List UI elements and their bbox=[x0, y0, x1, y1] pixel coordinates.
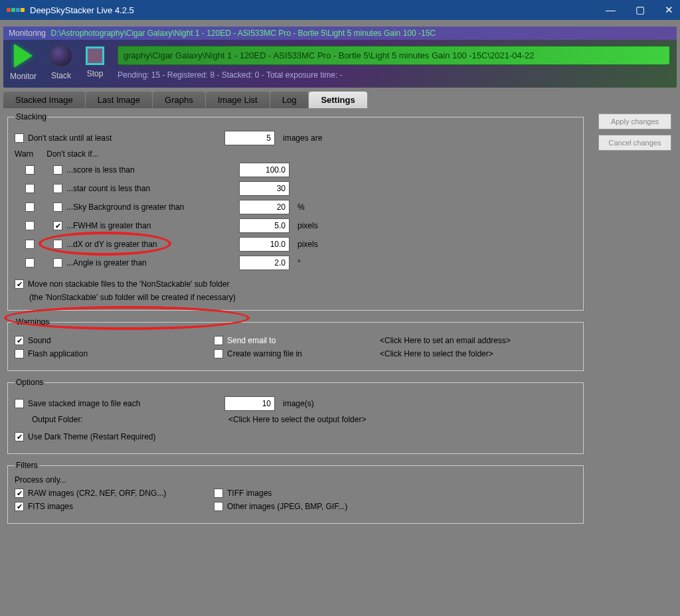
create-warning-file-checkbox[interactable] bbox=[214, 349, 223, 358]
warning-folder-placeholder[interactable]: <Click Here to select the folder> bbox=[380, 349, 493, 358]
tab-last-image[interactable]: Last Image bbox=[86, 92, 152, 108]
other-checkbox[interactable] bbox=[214, 502, 223, 511]
star-input[interactable] bbox=[239, 181, 290, 196]
sound-checkbox[interactable]: ✔ bbox=[15, 336, 24, 345]
filters-legend: Filters bbox=[15, 461, 39, 470]
move-nonstackable-checkbox[interactable]: ✔ bbox=[15, 279, 24, 289]
tab-stacked-image[interactable]: Stacked Image bbox=[3, 92, 85, 108]
fwhm-unit: pixels bbox=[298, 221, 318, 230]
warn-score-checkbox[interactable] bbox=[25, 165, 35, 175]
warnings-group: Warnings ✔ Sound Flash application Se bbox=[7, 317, 584, 371]
images-are-label: images are bbox=[283, 133, 322, 143]
stop-icon bbox=[86, 46, 104, 65]
dontstack-score-checkbox[interactable] bbox=[53, 165, 62, 175]
skybg-unit: % bbox=[298, 202, 305, 212]
stacking-group: Stacking Don't stack until at least imag… bbox=[7, 112, 584, 311]
save-stacked-unit: image(s) bbox=[283, 399, 314, 408]
send-email-label: Send email to bbox=[227, 336, 276, 345]
tiff-label: TIFF images bbox=[227, 489, 272, 498]
warn-star-checkbox[interactable] bbox=[25, 184, 35, 193]
titlebar: DeepSkyStacker Live 4.2.5 — ▢ ✕ bbox=[0, 0, 680, 20]
dontstack-star-checkbox[interactable] bbox=[53, 184, 62, 193]
dark-theme-label: Use Dark Theme (Restart Required) bbox=[28, 432, 156, 441]
fwhm-input[interactable] bbox=[239, 218, 290, 233]
warn-header: Warn bbox=[15, 149, 33, 159]
tab-log[interactable]: Log bbox=[270, 92, 309, 108]
stop-button-label: Stop bbox=[87, 69, 104, 78]
skybg-input[interactable] bbox=[239, 200, 290, 214]
cancel-changes-button[interactable]: Cancel changes bbox=[598, 135, 671, 151]
dont-stack-until-checkbox[interactable] bbox=[15, 133, 24, 143]
fwhm-label: ...FWHM is greater than bbox=[66, 221, 235, 230]
raw-checkbox[interactable]: ✔ bbox=[15, 489, 24, 498]
tiff-checkbox[interactable] bbox=[214, 489, 223, 498]
move-nonstackable-note: (the 'NonStackable' sub folder will be c… bbox=[29, 293, 576, 302]
score-input[interactable] bbox=[239, 163, 290, 177]
path-bar: graphy\Cigar Galaxy\Night 1 - 120ED - AS… bbox=[118, 46, 670, 65]
close-button[interactable]: ✕ bbox=[665, 4, 673, 16]
apply-changes-button[interactable]: Apply changes bbox=[598, 114, 671, 129]
warn-dxdy-checkbox[interactable] bbox=[25, 240, 35, 249]
app-title: DeepSkyStacker Live 4.2.5 bbox=[30, 5, 134, 15]
angle-unit: ° bbox=[298, 258, 301, 268]
play-icon bbox=[14, 44, 33, 68]
dxdy-unit: pixels bbox=[298, 240, 318, 249]
score-label: ...score is less than bbox=[66, 165, 235, 175]
stack-button[interactable]: Stack bbox=[50, 44, 72, 80]
flash-checkbox[interactable] bbox=[15, 349, 24, 358]
dontstack-dxdy-checkbox[interactable] bbox=[53, 240, 62, 249]
fits-label: FITS images bbox=[28, 502, 73, 511]
dont-stack-until-label: Don't stack until at least bbox=[28, 133, 220, 143]
dark-theme-checkbox[interactable]: ✔ bbox=[15, 432, 24, 441]
email-placeholder[interactable]: <Click Here to set an email address> bbox=[380, 336, 511, 345]
stop-button[interactable]: Stop bbox=[86, 46, 104, 78]
create-warning-file-label: Create warning file in bbox=[227, 349, 302, 358]
minimize-button[interactable]: — bbox=[606, 4, 616, 16]
send-email-checkbox[interactable] bbox=[214, 336, 223, 345]
skybg-label: ...Sky Background is greater than bbox=[66, 202, 235, 212]
tab-settings[interactable]: Settings bbox=[309, 92, 367, 108]
flash-label: Flash application bbox=[28, 349, 88, 358]
maximize-button[interactable]: ▢ bbox=[636, 4, 645, 16]
output-folder-label: Output Folder: bbox=[32, 415, 224, 424]
stacking-legend: Stacking bbox=[15, 112, 48, 121]
monitoring-label: Monitoring bbox=[9, 29, 46, 38]
tab-image-list[interactable]: Image List bbox=[206, 92, 270, 108]
fits-checkbox[interactable]: ✔ bbox=[15, 502, 24, 511]
sound-label: Sound bbox=[28, 336, 51, 345]
settings-panel: Apply changes Cancel changes Stacking Do… bbox=[3, 108, 677, 534]
angle-label: ...Angle is greater than bbox=[66, 258, 235, 268]
save-stacked-input[interactable] bbox=[224, 396, 275, 411]
star-label: ...star count is less than bbox=[66, 184, 235, 193]
options-group: Options Save stacked image to file each … bbox=[7, 378, 584, 454]
raw-label: RAW images (CR2, NEF, ORF, DNG...) bbox=[28, 489, 166, 498]
dontstack-skybg-checkbox[interactable] bbox=[53, 202, 62, 212]
output-folder-placeholder[interactable]: <Click Here to select the output folder> bbox=[228, 415, 366, 424]
warn-fwhm-checkbox[interactable] bbox=[25, 221, 35, 230]
stack-button-label: Stack bbox=[51, 71, 71, 80]
warn-angle-checkbox[interactable] bbox=[25, 258, 35, 268]
dont-stack-until-input[interactable] bbox=[224, 131, 275, 145]
monitor-button[interactable]: Monitor bbox=[10, 44, 37, 81]
dxdy-label: ...dX or dY is greater than bbox=[66, 240, 235, 249]
circle-icon bbox=[50, 44, 72, 67]
save-stacked-label: Save stacked image to file each bbox=[28, 399, 220, 408]
move-nonstackable-label: Move non stackable files to the 'NonStac… bbox=[28, 279, 229, 289]
angle-input[interactable] bbox=[239, 256, 290, 270]
filters-group: Filters Process only... ✔ RAW images (CR… bbox=[7, 461, 584, 524]
dontstack-angle-checkbox[interactable] bbox=[53, 258, 62, 268]
process-only-label: Process only... bbox=[15, 475, 576, 485]
status-line: Pending: 15 - Registered: 8 - Stacked: 0… bbox=[118, 70, 670, 80]
monitoring-path: D:\Astrophotography\Cigar Galaxy\Night 1… bbox=[50, 29, 436, 38]
options-legend: Options bbox=[15, 378, 44, 387]
warnings-legend: Warnings bbox=[15, 317, 50, 327]
tabs: Stacked Image Last Image Graphs Image Li… bbox=[3, 92, 677, 108]
warn-skybg-checkbox[interactable] bbox=[25, 202, 35, 212]
monitor-button-label: Monitor bbox=[10, 72, 37, 81]
dxdy-input[interactable] bbox=[239, 237, 290, 252]
monitor-panel: Monitoring D:\Astrophotography\Cigar Gal… bbox=[3, 27, 677, 88]
save-stacked-checkbox[interactable] bbox=[15, 399, 24, 408]
dontstack-fwhm-checkbox[interactable]: ✔ bbox=[53, 221, 62, 230]
tab-graphs[interactable]: Graphs bbox=[153, 92, 205, 108]
other-label: Other images (JPEG, BMP, GIF...) bbox=[227, 502, 347, 511]
